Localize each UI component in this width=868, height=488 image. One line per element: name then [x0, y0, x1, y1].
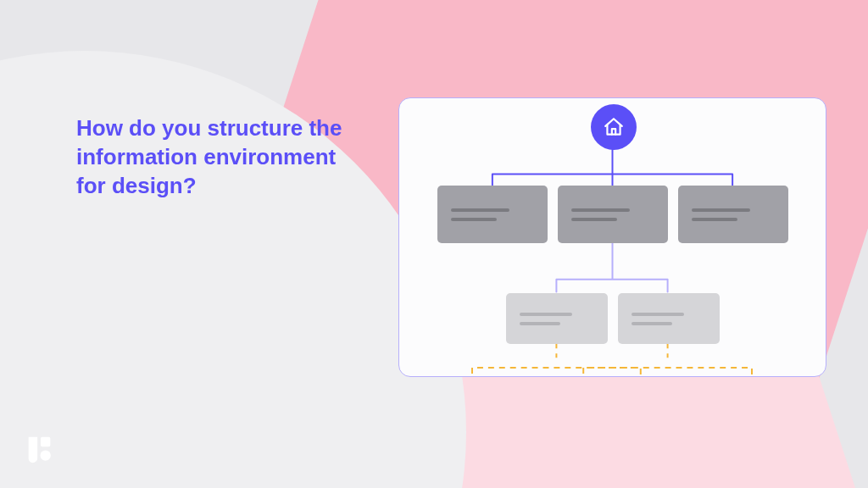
placeholder-line — [520, 313, 572, 316]
svg-rect-0 — [41, 437, 50, 446]
placeholder-line — [451, 218, 497, 221]
placeholder-line — [632, 322, 672, 325]
sitemap-diagram — [399, 98, 826, 376]
level1-node — [558, 186, 668, 243]
placeholder-line — [692, 208, 750, 212]
level2-node — [618, 293, 720, 344]
level1-node — [678, 186, 788, 243]
placeholder-line — [520, 322, 560, 325]
svg-point-1 — [40, 450, 50, 460]
root-node — [591, 104, 637, 150]
placeholder-line — [632, 313, 684, 316]
home-icon — [603, 116, 625, 138]
level2-node — [506, 293, 608, 344]
placeholder-line — [571, 208, 630, 212]
page-title: How do you structure the information env… — [76, 114, 356, 200]
level1-node — [437, 186, 548, 243]
placeholder-line — [571, 218, 617, 221]
brand-logo — [24, 434, 56, 469]
placeholder-line — [451, 208, 509, 212]
sitemap-panel — [398, 97, 826, 377]
placeholder-line — [692, 218, 737, 221]
